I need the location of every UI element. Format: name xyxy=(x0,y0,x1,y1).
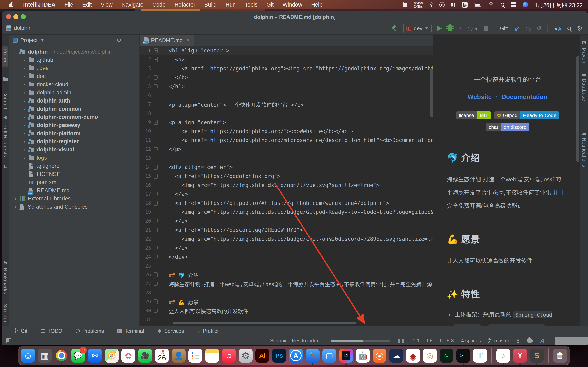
siri-icon[interactable] xyxy=(523,2,528,7)
chevron-icon[interactable]: › xyxy=(21,147,28,153)
toolwindow-button-services[interactable]: ❖Services xyxy=(157,328,184,334)
fold-marker[interactable]: − xyxy=(151,227,160,233)
chevron-icon[interactable]: › xyxy=(21,81,28,88)
update-project-button[interactable]: ↙ xyxy=(514,25,520,32)
git-branch-widget[interactable]: master xyxy=(488,338,509,343)
chevron-icon[interactable]: › xyxy=(21,130,28,137)
chevron-icon[interactable]: › xyxy=(21,114,28,120)
build-button[interactable] xyxy=(391,25,398,31)
sidebar-tab-notifications[interactable]: Notifications xyxy=(581,138,587,167)
tree-row[interactable]: ›dolphin-register xyxy=(9,137,139,146)
gitpod-badge[interactable]: Gitpod Ready-to-Code xyxy=(494,111,559,119)
window-titlebar[interactable]: dolphin – README.md [dolphin] xyxy=(2,11,588,22)
stop-button[interactable] xyxy=(484,26,488,31)
fold-marker[interactable] xyxy=(151,255,160,259)
website-link[interactable]: Website xyxy=(467,93,492,100)
fold-marker[interactable] xyxy=(151,309,160,313)
translate-icon[interactable]: 文A xyxy=(553,25,562,32)
license-badge[interactable]: license MIT xyxy=(456,111,491,119)
fold-marker[interactable] xyxy=(151,147,160,151)
dock-launchpad[interactable]: ▦ xyxy=(38,349,52,363)
chevron-icon[interactable]: › xyxy=(21,155,28,161)
menu-item-code[interactable]: Code xyxy=(152,2,165,8)
project-panel-header[interactable]: Project ▼ ⚙ — xyxy=(9,35,139,46)
dock-finder[interactable]: ☺ xyxy=(21,349,35,363)
sidebar-tab-structure[interactable]: Structure xyxy=(2,304,8,325)
dock-chrome[interactable] xyxy=(54,349,68,363)
dock-contacts[interactable]: 👤 xyxy=(172,349,186,363)
apple-menu-icon[interactable] xyxy=(9,2,13,7)
preview-scrollbar[interactable] xyxy=(576,56,579,162)
input-method-icon[interactable]: 拼 xyxy=(462,2,467,8)
tree-row[interactable]: ›doc xyxy=(9,72,139,80)
fold-marker[interactable]: − xyxy=(151,299,160,304)
fold-marker[interactable] xyxy=(151,219,160,223)
fold-marker[interactable] xyxy=(151,282,160,286)
tree-row[interactable]: ›dolphin-visual xyxy=(9,146,139,154)
hide-panel-icon[interactable]: — xyxy=(129,37,135,44)
toolwindow-button-problems[interactable]: !Problems xyxy=(76,328,104,334)
caret-position[interactable]: 1:1 xyxy=(413,338,420,343)
dock-trash[interactable]: 🗑 xyxy=(553,349,567,363)
history-button[interactable]: ◷ xyxy=(526,25,531,31)
tree-row[interactable]: ›dolphin-platform xyxy=(9,129,139,137)
code-area[interactable]: 1−<h1 align="center">2− <b>3 <a href="ht… xyxy=(140,46,433,326)
dock-photoshop[interactable]: Ps xyxy=(272,349,286,363)
tree-row[interactable]: ›.github xyxy=(9,56,139,64)
chevron-icon[interactable]: › xyxy=(21,122,28,128)
tree-row[interactable]: ›External Libraries xyxy=(9,194,139,203)
tree-row[interactable]: ›logs xyxy=(9,154,139,162)
menu-item-run[interactable]: Run xyxy=(226,2,236,8)
chevron-icon[interactable]: › xyxy=(21,73,28,80)
now-playing-icon[interactable]: ▶ xyxy=(439,2,445,7)
dock-music[interactable]: ♫ xyxy=(222,349,236,363)
editor-area[interactable]: README.md ✕ 1−<h1 align="center">2− <b>3… xyxy=(140,35,433,326)
rollback-button[interactable]: ↺ xyxy=(536,25,542,31)
tree-row[interactable]: ›dolphin-auth xyxy=(9,97,139,105)
fold-marker[interactable]: − xyxy=(151,165,160,170)
discord-badge[interactable]: chat on discord xyxy=(486,123,529,131)
menu-item-build[interactable]: Build xyxy=(204,2,217,8)
tree-row[interactable]: ›dolphin~/IdeaProjects/my/dolphin xyxy=(9,48,139,56)
chevron-icon[interactable]: › xyxy=(21,98,28,104)
dock-postman[interactable]: ⦿ xyxy=(373,349,387,363)
tree-row[interactable]: LICENSE xyxy=(9,170,139,178)
dock-sourcetree[interactable]: Y xyxy=(513,349,527,363)
sidebar-tab-commit[interactable]: Commit xyxy=(2,91,8,109)
translation-plugin-icon[interactable]: A xyxy=(540,337,545,344)
chevron-icon[interactable]: › xyxy=(12,204,19,210)
editor-vertical-scrollbar[interactable] xyxy=(430,68,433,117)
fold-marker[interactable] xyxy=(151,75,160,80)
spotlight-icon[interactable] xyxy=(501,3,504,7)
menu-item-tools[interactable]: Tools xyxy=(245,2,258,8)
toolwindow-button-git[interactable]: Git xyxy=(15,328,27,334)
sidebar-tab-project[interactable]: Project xyxy=(2,47,8,67)
fold-marker[interactable]: − xyxy=(151,272,160,277)
run-configuration-select[interactable]: dev ▼ xyxy=(403,24,432,33)
sidebar-tab-maven[interactable]: Maven xyxy=(581,48,587,63)
dock-appstore[interactable]: A xyxy=(289,349,303,363)
menu-item-view[interactable]: View xyxy=(101,2,113,8)
fold-marker[interactable]: − xyxy=(151,120,160,125)
dock-simulator[interactable]: ▢ xyxy=(322,349,336,363)
chevron-icon[interactable]: › xyxy=(21,65,28,71)
network-speed[interactable]: 8KB/s2KB/s xyxy=(414,1,423,8)
airpods-icon[interactable] xyxy=(451,3,455,7)
dock-settings[interactable]: ⚙ xyxy=(239,349,252,363)
tree-row[interactable]: ›dolphin-common-demo xyxy=(9,113,139,121)
fold-marker[interactable] xyxy=(151,246,160,250)
chevron-down-icon[interactable]: ▼ xyxy=(40,38,44,43)
profiler-button[interactable]: ◷ ▼ xyxy=(467,25,478,31)
tree-row[interactable]: ›dolphin-common xyxy=(9,105,139,113)
sidebar-tab-database[interactable]: Database xyxy=(581,79,587,101)
toolwindow-button-profiler[interactable]: ◔Profiler xyxy=(198,328,219,334)
dock-netease[interactable]: ♪ xyxy=(496,349,510,363)
dock-typora[interactable]: T xyxy=(473,349,487,363)
line-ending[interactable]: LF xyxy=(427,338,433,343)
dock-navicat[interactable]: ◎ xyxy=(423,349,437,363)
lock-icon[interactable] xyxy=(517,341,519,342)
dock-monitor[interactable]: ≈ xyxy=(440,349,453,363)
fold-marker[interactable] xyxy=(151,192,160,196)
coverage-button[interactable]: ◔ xyxy=(458,25,462,31)
tab-readme[interactable]: README.md ✕ xyxy=(140,35,194,46)
